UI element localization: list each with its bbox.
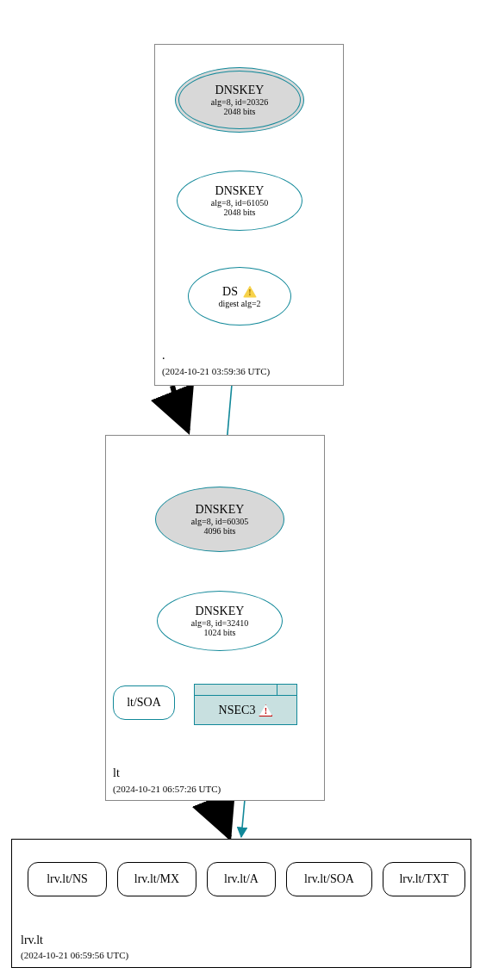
node-label: lrv.lt/NS (47, 872, 88, 886)
zone-lt-name: lt (113, 766, 120, 779)
zone-root-date: (2024-10-21 03:59:36 UTC) (162, 366, 270, 376)
node-sub1: alg=8, id=20326 (211, 97, 268, 107)
warning-icon (243, 286, 257, 298)
node-title: DNSKEY (196, 605, 245, 618)
node-sub1: alg=8, id=60305 (191, 517, 248, 526)
node-title: DS (222, 285, 238, 299)
node-lt-zsk: DNSKEY alg=8, id=32410 1024 bits (157, 591, 283, 651)
node-label: lt/SOA (127, 696, 161, 710)
node-label: lrv.lt/A (224, 872, 259, 886)
node-sub2: 4096 bits (204, 526, 236, 536)
node-lrv-soa: lrv.lt/SOA (286, 862, 372, 896)
zone-lrv-date: (2024-10-21 06:59:56 UTC) (21, 950, 128, 960)
node-lrv-txt: lrv.lt/TXT (383, 862, 465, 896)
zone-lrv-name: lrv.lt (21, 933, 43, 946)
error-icon (259, 704, 272, 716)
node-label: lrv.lt/MX (134, 872, 179, 886)
node-label: lrv.lt/TXT (399, 872, 448, 886)
node-lrv-ns: lrv.lt/NS (28, 862, 107, 896)
zone-root-name: . (162, 349, 165, 362)
zone-lt-date: (2024-10-21 06:57:26 UTC) (113, 784, 221, 794)
node-title: DNSKEY (215, 84, 265, 97)
node-sub2: 2048 bits (224, 208, 256, 217)
node-root-zsk: DNSKEY alg=8, id=61050 2048 bits (177, 171, 302, 231)
node-label: NSEC3 (219, 704, 256, 717)
node-root-ksk: DNSKEY alg=8, id=20326 2048 bits (175, 67, 304, 133)
node-title: DNSKEY (196, 503, 245, 517)
zone-lrv (11, 839, 471, 968)
node-root-ds: DS digest alg=2 (188, 267, 291, 326)
node-lrv-mx: lrv.lt/MX (117, 862, 196, 896)
node-sub2: 2048 bits (224, 107, 256, 116)
node-sub2: 1024 bits (204, 628, 236, 637)
node-sub1: alg=8, id=32410 (191, 618, 248, 628)
node-lt-ksk: DNSKEY alg=8, id=60305 4096 bits (155, 487, 284, 552)
node-lt-soa: lt/SOA (113, 685, 175, 720)
node-title: DNSKEY (215, 184, 265, 198)
node-lrv-a: lrv.lt/A (207, 862, 276, 896)
node-label: lrv.lt/SOA (304, 872, 354, 886)
node-lt-nsec3: NSEC3 (194, 684, 297, 725)
node-sub1: digest alg=2 (218, 299, 260, 308)
node-sub1: alg=8, id=61050 (211, 198, 268, 208)
